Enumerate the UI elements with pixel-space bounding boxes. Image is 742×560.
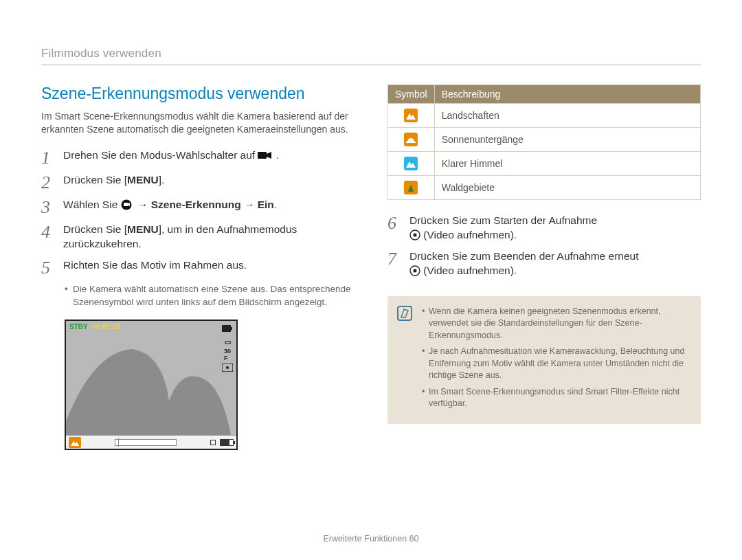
step-1: 1 Drehen Sie den Modus-Wählschalter auf … — [41, 148, 355, 166]
step-text-suffix: (Video aufnehmen). — [423, 265, 517, 276]
steps-left: 1 Drehen Sie den Modus-Wählschalter auf … — [41, 148, 355, 276]
sunset-icon — [404, 133, 418, 146]
divider — [41, 65, 701, 65]
svg-rect-3 — [222, 325, 231, 332]
step-3: 3 Wählen Sie → Szene-Erkennung → Ein. — [41, 198, 355, 216]
step-2: 2 Drücken Sie [MENU]. — [41, 173, 355, 191]
step-text-bold: → Szene-Erkennung → Ein — [137, 199, 274, 210]
record-button-icon — [409, 265, 420, 276]
note-item: Wenn die Kamera keinen geeigneten Szenen… — [422, 306, 690, 342]
step-text: Drehen Sie den Modus-Wählschalter auf — [63, 149, 258, 161]
step-text-suffix: . — [276, 149, 279, 161]
menu-label: MENU — [127, 223, 159, 235]
step-number: 7 — [387, 250, 400, 268]
step-6: 6 Drücken Sie zum Starten der Aufnahme (… — [387, 214, 701, 243]
step-number: 6 — [387, 214, 400, 232]
table-row: Sonnenuntergänge — [388, 128, 701, 152]
table-row: Klarer Himmel — [388, 152, 701, 176]
content-columns: Szene-Erkennungsmodus verwenden Im Smart… — [41, 85, 701, 450]
battery-full-icon — [221, 324, 234, 333]
step-5-notes: Die Kamera wählt automatisch eine Szene … — [65, 283, 355, 309]
record-button-icon — [409, 229, 420, 240]
table-cell: Waldgebiete — [434, 176, 700, 200]
note-item: Im Smart Scene-Erkennungsmodus sind Smar… — [422, 386, 690, 410]
camera-status: STBY 00:00:10 — [69, 323, 120, 331]
mountains-illustration — [66, 339, 238, 435]
step-7: 7 Drücken Sie zum Beenden der Aufnahme e… — [387, 249, 701, 278]
page-footer: Erweiterte Funktionen 60 — [0, 534, 742, 544]
svg-rect-0 — [258, 152, 267, 159]
page-breadcrumb: Filmmodus verwenden — [41, 47, 701, 60]
menu-label: MENU — [127, 174, 159, 186]
left-column: Szene-Erkennungsmodus verwenden Im Smart… — [41, 85, 355, 450]
clear-sky-icon — [404, 157, 418, 170]
camera-preview-illustration: STBY 00:00:10 ▭ 30F — [65, 320, 238, 450]
step-text-suffix: . — [274, 199, 277, 210]
forest-icon — [404, 181, 418, 194]
table-cell: Landschaften — [434, 104, 700, 128]
steps-right: 6 Drücken Sie zum Starten der Aufnahme (… — [387, 214, 701, 278]
svg-rect-10 — [406, 142, 416, 143]
landscape-icon — [404, 109, 418, 122]
step-number: 3 — [41, 199, 54, 216]
svg-point-12 — [414, 233, 417, 236]
af-point-icon — [210, 440, 216, 445]
step-text-suffix: ]. — [159, 174, 165, 186]
note-box: Wenn die Kamera keinen geeigneten Szenen… — [387, 296, 701, 424]
step-text: Drücken Sie zum Beenden der Aufnahme ern… — [409, 250, 638, 262]
step-text: Drücken Sie [ — [63, 223, 127, 235]
camera-bottom-bar — [66, 435, 236, 449]
svg-rect-4 — [231, 327, 232, 330]
note-icon — [397, 306, 412, 321]
record-timer: 00:00:10 — [92, 323, 120, 331]
step-number: 2 — [41, 174, 54, 192]
right-column: Symbol Beschreibung Landschaften Sonnenu… — [387, 85, 701, 450]
step-text: Drücken Sie [ — [63, 174, 127, 186]
step-number: 4 — [41, 223, 54, 241]
scene-symbol-table: Symbol Beschreibung Landschaften Sonnenu… — [387, 85, 701, 200]
step-text-suffix: (Video aufnehmen). — [423, 229, 517, 240]
step-text: Richten Sie das Motiv im Rahmen aus. — [63, 258, 355, 273]
step-4: 4 Drücken Sie [MENU], um in den Aufnahme… — [41, 223, 355, 251]
section-title: Szene-Erkennungsmodus verwenden — [41, 85, 355, 103]
step-number: 1 — [41, 149, 54, 167]
step-text: Drücken Sie zum Starten der Aufnahme — [409, 214, 597, 226]
video-settings-icon — [121, 199, 135, 210]
svg-rect-2 — [124, 203, 128, 206]
stby-label: STBY — [69, 323, 88, 331]
table-row: Waldgebiete — [388, 176, 701, 200]
section-intro: Im Smart Scene-Erkennungsmodus wählt die… — [41, 110, 355, 136]
svg-point-14 — [414, 269, 417, 272]
step-5: 5 Richten Sie das Motiv im Rahmen aus. — [41, 258, 355, 276]
table-header-symbol: Symbol — [388, 85, 435, 104]
step-number: 5 — [41, 259, 54, 277]
table-cell: Sonnenuntergänge — [434, 128, 700, 152]
scene-badge-icon — [69, 437, 81, 448]
note-item: Je nach Aufnahmesituation wie Kamerawack… — [422, 346, 690, 382]
step-text: Wählen Sie — [63, 199, 121, 210]
table-row: Landschaften — [388, 104, 701, 128]
video-mode-dial-icon — [258, 150, 273, 160]
battery-icon — [220, 439, 234, 446]
bullet-text: Die Kamera wählt automatisch eine Szene … — [65, 283, 355, 309]
zoom-indicator — [115, 439, 177, 446]
table-header-desc: Beschreibung — [434, 85, 700, 104]
table-cell: Klarer Himmel — [434, 152, 700, 176]
